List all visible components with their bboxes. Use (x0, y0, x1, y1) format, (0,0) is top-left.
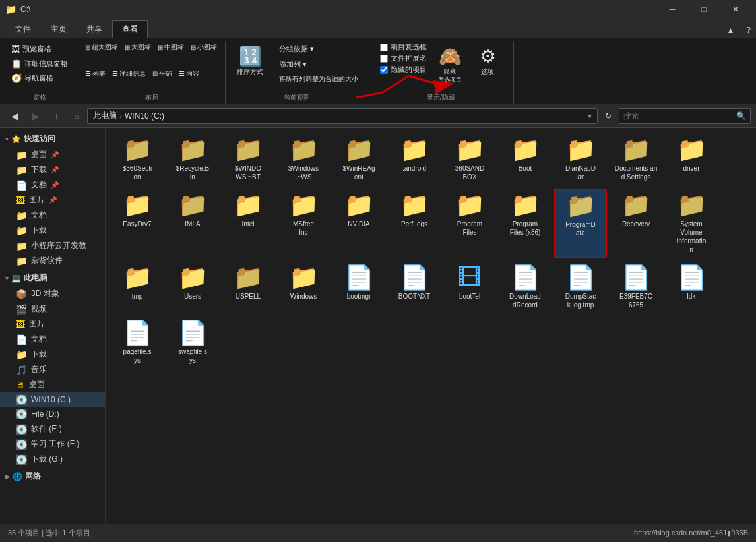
file-item[interactable]: 📁Recovery (610, 189, 662, 258)
file-item[interactable]: 🎞bootTel (443, 261, 496, 314)
layout-tile[interactable]: ⊟ 平铺 (150, 69, 175, 79)
sidebar-item-download2[interactable]: 📁 下载 (0, 223, 105, 238)
details-pane-btn[interactable]: 📋 详细信息窗格 (7, 57, 73, 71)
sidebar-item-pics-pinned[interactable]: 🖼 图片 📌 (0, 193, 105, 208)
file-item[interactable]: 📄E39FEB7C6765 (610, 261, 662, 314)
ribbon-collapse-btn[interactable]: ▲ (721, 23, 740, 38)
file-item[interactable]: 📄bootmgr (332, 261, 385, 314)
file-item[interactable]: 📁$WINDOWS.~BT (222, 133, 274, 186)
layout-list[interactable]: ☰ 列表 (82, 69, 108, 79)
checkbox-item-select[interactable]: 项目复选框 (380, 42, 427, 52)
file-item[interactable]: 📄BOOTNXT (388, 261, 441, 314)
layout-small[interactable]: ⊟ 小图标 (188, 42, 220, 53)
file-item[interactable]: 📁NVIDIA (332, 189, 385, 258)
file-item[interactable]: 📄DownLoaddRecord (499, 261, 551, 314)
sidebar-item-docs-pinned[interactable]: 📄 文档 📌 (0, 177, 105, 193)
path-dropdown-btn[interactable]: ▾ (588, 111, 592, 121)
file-item[interactable]: 📁Users (166, 261, 219, 314)
refresh-button[interactable]: ↻ (600, 108, 616, 124)
file-item[interactable]: 📁ProgramData (554, 189, 607, 258)
file-item[interactable]: 📁$WinREAgent (332, 133, 385, 186)
sidebar-item-desktop3[interactable]: 🖥 桌面 (0, 377, 105, 392)
sidebar-item-g-drive[interactable]: 💽 下载 (G:) (0, 452, 105, 467)
file-item[interactable]: 📁Boot (499, 133, 551, 186)
quick-access-header[interactable]: ▾ ⭐ 快速访问 (0, 131, 105, 147)
file-item[interactable]: 📁$Recycle.Bin (166, 133, 219, 186)
add-column-btn[interactable]: 添加列 ▾ (274, 57, 363, 71)
address-path[interactable]: 此电脑 › WIN10 (C:) ▾ (87, 108, 598, 124)
file-item[interactable]: 📁$360Section (111, 133, 164, 186)
file-item[interactable]: 📁ProgramFiles (443, 189, 496, 258)
sidebar-item-miniapp[interactable]: 📁 小程序云开发教 (0, 238, 105, 253)
maximize-button[interactable]: □ (689, 0, 719, 18)
item-checkbox-input[interactable] (380, 44, 388, 51)
file-item[interactable]: 📄pagefile.sys (111, 316, 164, 369)
hide-selected-btn[interactable]: 🙈 隐藏 所选项目 (432, 42, 468, 88)
sidebar-item-pics[interactable]: 🖼 图片 (0, 316, 105, 332)
content-scroll[interactable]: 📁$360Section📁$Recycle.Bin📁$WINDOWS.~BT📁$… (106, 128, 756, 524)
file-item[interactable]: 📄ldk (665, 261, 718, 314)
tab-view[interactable]: 查看 (112, 20, 148, 38)
file-item[interactable]: 📁DianNaoDian (554, 133, 607, 186)
file-item[interactable]: 📁PerfLogs (388, 189, 441, 258)
tab-share[interactable]: 共享 (77, 20, 112, 38)
sidebar-item-video[interactable]: 🎬 视频 (0, 301, 105, 316)
sidebar-item-downloads3[interactable]: 📁 下载 (0, 347, 105, 362)
search-input[interactable] (623, 111, 736, 121)
options-btn[interactable]: ⚙ 选项 (473, 42, 502, 80)
network-header[interactable]: ▶ 🌐 网络 (0, 468, 105, 485)
checkbox-extensions[interactable]: 文件扩展名 (380, 53, 427, 63)
hidden-items-checkbox-input[interactable] (380, 66, 388, 74)
this-pc-header[interactable]: ▾ 💻 此电脑 (0, 270, 105, 286)
back-button[interactable]: ◀ (5, 107, 24, 125)
layout-large[interactable]: ⊞ 大图标 (122, 42, 154, 53)
close-button[interactable]: ✕ (720, 0, 751, 18)
layout-extra-large[interactable]: ⊞ 超大图标 (82, 42, 121, 53)
sidebar-item-desktop-pinned[interactable]: 📁 桌面 📌 (0, 147, 105, 162)
layout-medium[interactable]: ⊞ 中图标 (155, 42, 187, 53)
file-item[interactable]: 📁$Windows.~WS (277, 133, 330, 186)
file-item[interactable]: 📁MSfreeInc (277, 189, 330, 258)
sidebar-item-c-drive[interactable]: 💽 WIN10 (C:) (0, 392, 105, 407)
fit-columns-btn[interactable]: 将所有列调整为合适的大小 (274, 73, 363, 86)
sidebar-item-d-drive[interactable]: 💽 File (D:) (0, 407, 105, 421)
file-item[interactable]: 📁SystemVolumeInformation (665, 189, 718, 258)
file-item[interactable]: 📁.android (388, 133, 441, 186)
up-button[interactable]: ↑ (47, 107, 66, 125)
ribbon-help-btn[interactable]: ? (741, 23, 756, 38)
preview-pane-btn[interactable]: 🖼 预览窗格 (7, 42, 56, 56)
checkbox-hidden-items[interactable]: 隐藏的项目 (380, 65, 427, 75)
tab-home[interactable]: 主页 (41, 20, 77, 38)
file-item[interactable]: 📁driver (665, 133, 718, 186)
layout-detail[interactable]: ☰ 详细信息 (110, 69, 148, 79)
sidebar-item-e-drive[interactable]: 💽 软件 (E:) (0, 421, 105, 437)
file-item[interactable]: 📁360SANDBOX (443, 133, 496, 186)
forward-button[interactable]: ▶ (26, 107, 45, 125)
sidebar-item-f-drive[interactable]: 💽 学习 工作 (F:) (0, 437, 105, 452)
file-item[interactable]: 📁EasyDrv7 (111, 189, 164, 258)
file-item[interactable]: 📁tmp (111, 261, 164, 314)
sidebar-item-music[interactable]: 🎵 音乐 (0, 362, 105, 377)
minimize-button[interactable]: ─ (657, 0, 687, 18)
file-item[interactable]: 📁Intel (222, 189, 274, 258)
file-item[interactable]: 📁IMLA (166, 189, 219, 258)
recent-locations-btn[interactable]: ⌂ (69, 108, 84, 124)
extensions-checkbox-input[interactable] (380, 55, 388, 63)
file-item[interactable]: 📁Windows (277, 261, 330, 314)
file-item[interactable]: 📁Documents and Settings (610, 133, 662, 186)
sidebar-item-3d[interactable]: 📦 3D 对象 (0, 286, 105, 301)
tab-file[interactable]: 文件 (5, 20, 41, 38)
sidebar-item-misc[interactable]: 📁 杂货软件 (0, 253, 105, 268)
file-item[interactable]: 📄DumpStack.log.tmp (554, 261, 607, 314)
file-item[interactable]: 📁ProgramFiles (x86) (499, 189, 551, 258)
sidebar-item-docs3[interactable]: 📄 文档 (0, 332, 105, 347)
nav-pane-btn[interactable]: 🧭 导航窗格 (7, 71, 58, 85)
file-item[interactable]: 📁USPELL (222, 261, 274, 314)
sort-by-btn[interactable]: 🔢 排序方式 (231, 42, 269, 80)
sidebar-item-docs2[interactable]: 📁 文档 (0, 208, 105, 223)
layout-content[interactable]: ☰ 内容 (176, 69, 202, 79)
group-by-btn[interactable]: 分组依据 ▾ (274, 42, 363, 56)
file-item[interactable]: 📄swapfile.sys (166, 316, 219, 369)
search-box[interactable]: 🔍 (619, 108, 751, 124)
sidebar-item-download-pinned[interactable]: 📁 下载 📌 (0, 162, 105, 177)
